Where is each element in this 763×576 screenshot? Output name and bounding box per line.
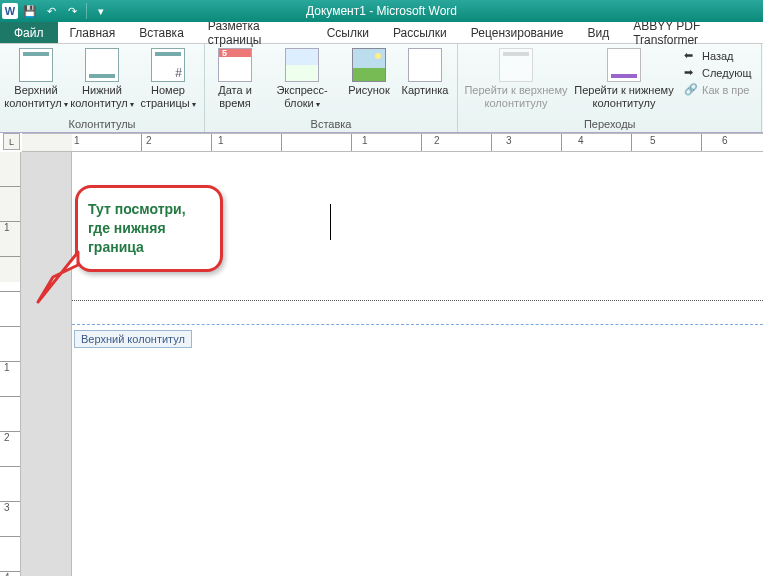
callout-text: Тут посмотри, где нижняя граница <box>75 185 223 272</box>
tab-home[interactable]: Главная <box>58 22 128 43</box>
undo-button[interactable]: ↶ <box>42 2 60 20</box>
link-previous-button[interactable]: 🔗Как в пре <box>682 82 753 98</box>
footer-button[interactable]: Нижний колонтитул <box>70 46 134 112</box>
previous-button[interactable]: ⬅Назад <box>682 48 753 64</box>
goto-header-label: Перейти к верхнему колонтитулу <box>464 84 568 110</box>
clipart-button[interactable]: Картинка <box>397 46 453 99</box>
ruler-corner[interactable]: L <box>3 133 20 150</box>
page-number-label: Номер страницы <box>138 84 198 110</box>
horizontal-ruler[interactable]: 1211234567 <box>22 133 763 152</box>
redo-button[interactable]: ↷ <box>63 2 81 20</box>
footer-icon <box>85 48 119 82</box>
ribbon-tabs: Файл Главная Вставка Разметка страницы С… <box>0 22 763 44</box>
picture-icon <box>352 48 386 82</box>
page-gutter <box>21 152 71 576</box>
header-boundary-line <box>72 300 763 301</box>
quick-parts-label: Экспресс-блоки <box>265 84 339 110</box>
group-header-footer: Верхний колонтитул Нижний колонтитул Ном… <box>0 44 205 132</box>
tab-file[interactable]: Файл <box>0 22 58 43</box>
tab-layout[interactable]: Разметка страницы <box>196 22 315 43</box>
date-time-button[interactable]: Дата и время <box>209 46 261 112</box>
window-title: Документ1 - Microsoft Word <box>0 4 763 18</box>
quick-parts-icon <box>285 48 319 82</box>
qat-separator <box>86 3 87 19</box>
qat-customize-icon[interactable]: ▾ <box>92 2 110 20</box>
date-time-label: Дата и время <box>211 84 259 110</box>
arrow-right-icon: ➡ <box>684 66 698 80</box>
header-area-line <box>72 324 763 325</box>
page-number-icon <box>151 48 185 82</box>
tab-insert[interactable]: Вставка <box>127 22 196 43</box>
goto-footer-button[interactable]: Перейти к нижнему колонтитулу <box>572 46 676 112</box>
group-label-insert: Вставка <box>209 117 453 132</box>
clipart-label: Картинка <box>402 84 449 97</box>
arrow-left-icon: ⬅ <box>684 49 698 63</box>
nav-small-buttons: ⬅Назад ➡Следующ 🔗Как в пре <box>678 46 757 100</box>
group-label-hf: Колонтитулы <box>4 117 200 132</box>
tab-references[interactable]: Ссылки <box>315 22 381 43</box>
annotation-callout: Тут посмотри, где нижняя граница <box>75 185 223 272</box>
ruler-h-numbers: 1211234567 <box>72 135 763 146</box>
quick-parts-button[interactable]: Экспресс-блоки <box>263 46 341 112</box>
tab-view[interactable]: Вид <box>575 22 621 43</box>
group-navigation: Перейти к верхнему колонтитулу Перейти к… <box>458 44 762 132</box>
vertical-ruler[interactable]: 11234 <box>0 152 21 576</box>
header-icon <box>19 48 53 82</box>
quick-access-toolbar: W 💾 ↶ ↷ ▾ <box>0 2 110 20</box>
goto-footer-icon <box>607 48 641 82</box>
ruler-v-numbers: 11234 <box>4 152 10 576</box>
header-label: Верхний колонтитул <box>4 84 68 110</box>
link-icon: 🔗 <box>684 83 698 97</box>
tab-abbyy[interactable]: ABBYY PDF Transformer <box>621 22 763 43</box>
page-number-button[interactable]: Номер страницы <box>136 46 200 112</box>
tab-mailings[interactable]: Рассылки <box>381 22 459 43</box>
header-button[interactable]: Верхний колонтитул <box>4 46 68 112</box>
text-cursor <box>330 204 331 240</box>
goto-header-button: Перейти к верхнему колонтитулу <box>462 46 570 112</box>
goto-header-icon <box>499 48 533 82</box>
title-bar: W 💾 ↶ ↷ ▾ Документ1 - Microsoft Word <box>0 0 763 22</box>
calendar-icon <box>218 48 252 82</box>
save-button[interactable]: 💾 <box>21 2 39 20</box>
callout-tail-icon <box>33 247 83 307</box>
clipart-icon <box>408 48 442 82</box>
group-insert: Дата и время Экспресс-блоки Рисунок Карт… <box>205 44 458 132</box>
picture-button[interactable]: Рисунок <box>343 46 395 99</box>
next-button[interactable]: ➡Следующ <box>682 65 753 81</box>
tab-review[interactable]: Рецензирование <box>459 22 576 43</box>
ribbon: Верхний колонтитул Нижний колонтитул Ном… <box>0 44 763 133</box>
header-tag[interactable]: Верхний колонтитул <box>74 330 192 348</box>
footer-label: Нижний колонтитул <box>70 84 134 110</box>
goto-footer-label: Перейти к нижнему колонтитулу <box>574 84 674 110</box>
word-icon: W <box>2 3 18 19</box>
picture-label: Рисунок <box>348 84 390 97</box>
group-label-nav: Переходы <box>462 117 757 132</box>
